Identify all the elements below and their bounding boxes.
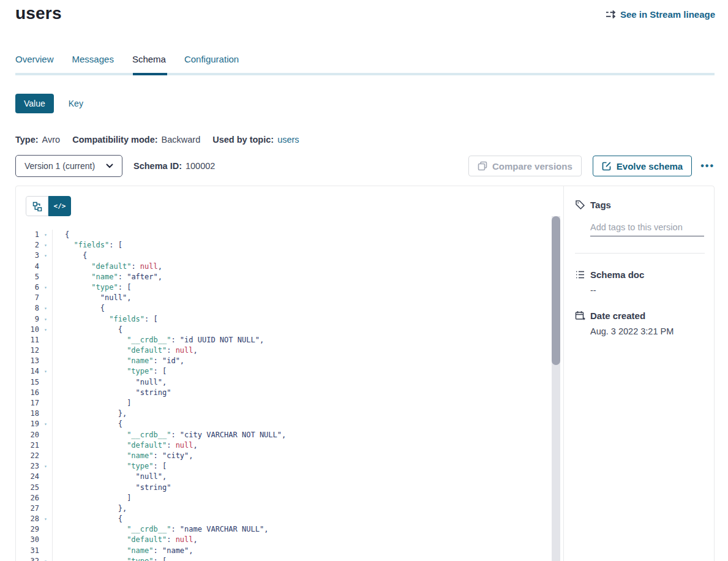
code-line: 28▾{ bbox=[16, 514, 552, 524]
line-number: 32 bbox=[16, 556, 39, 561]
line-number: 2 bbox=[16, 240, 39, 250]
fold-toggle-icon[interactable]: ▾ bbox=[39, 419, 53, 429]
line-number: 1 bbox=[16, 230, 39, 240]
code-line: 3▾{ bbox=[16, 250, 552, 261]
type-label: Type: bbox=[15, 135, 39, 145]
line-number: 5 bbox=[16, 272, 39, 282]
code-line-text: { bbox=[53, 230, 69, 240]
tab-messages[interactable]: Messages bbox=[72, 54, 114, 64]
code-line: 12"default": null, bbox=[16, 345, 552, 356]
tag-icon bbox=[575, 200, 585, 210]
fold-toggle-icon[interactable]: ▾ bbox=[39, 514, 53, 524]
code-line-text: "__crdb__": "id UUID NOT NULL", bbox=[53, 335, 264, 345]
fold-toggle-icon[interactable]: ▾ bbox=[39, 366, 53, 377]
code-line-text: "name": "name", bbox=[53, 546, 193, 556]
tab-underline bbox=[15, 73, 715, 75]
code-line: 30"default": null, bbox=[16, 535, 552, 545]
date-created-section-title: Date created bbox=[590, 311, 645, 321]
line-number: 7 bbox=[16, 293, 39, 303]
tab-schema[interactable]: Schema bbox=[132, 54, 166, 64]
schema-id-label: Schema ID: bbox=[133, 161, 182, 171]
code-editor[interactable]: 1▾{2▾"fields": [3▾{4"default": null,5"na… bbox=[16, 230, 552, 561]
code-line-text: "name": "after", bbox=[53, 272, 162, 282]
schema-view-toggle: </> bbox=[26, 196, 71, 216]
line-number: 29 bbox=[16, 524, 39, 535]
tab-overview[interactable]: Overview bbox=[15, 54, 54, 64]
code-line-text: "__crdb__": "name VARCHAR NULL", bbox=[53, 524, 268, 535]
line-number: 21 bbox=[16, 440, 39, 451]
code-line-text: "null", bbox=[53, 377, 167, 388]
code-line-text: "null", bbox=[53, 472, 167, 482]
code-line-text: "string" bbox=[53, 388, 171, 398]
fold-toggle-icon[interactable]: ▾ bbox=[39, 314, 53, 325]
line-number: 11 bbox=[16, 335, 39, 345]
line-number: 16 bbox=[16, 388, 39, 398]
code-line: 19▾{ bbox=[16, 419, 552, 429]
add-tags-input[interactable] bbox=[590, 222, 704, 236]
fold-toggle-icon[interactable]: ▾ bbox=[39, 230, 53, 240]
more-actions-button[interactable]: ••• bbox=[700, 156, 715, 176]
fold-toggle-icon[interactable]: ▾ bbox=[39, 250, 53, 261]
code-line: 26] bbox=[16, 493, 552, 503]
evolve-schema-button[interactable]: Evolve schema bbox=[593, 156, 692, 176]
compare-versions-icon bbox=[478, 161, 487, 171]
topic-link[interactable]: users bbox=[277, 135, 299, 145]
compare-versions-button[interactable]: Compare versions bbox=[468, 156, 582, 176]
line-number: 12 bbox=[16, 345, 39, 356]
code-line-text: { bbox=[53, 250, 87, 261]
fold-gutter bbox=[39, 535, 53, 545]
code-line-text: { bbox=[53, 419, 122, 429]
code-line-text: { bbox=[53, 514, 122, 524]
fold-toggle-icon[interactable]: ▾ bbox=[39, 556, 53, 561]
fold-toggle-icon[interactable]: ▾ bbox=[39, 303, 53, 314]
line-number: 18 bbox=[16, 409, 39, 419]
editor-scrollbar-thumb[interactable] bbox=[552, 216, 560, 365]
code-line-text: "__crdb__": "city VARCHAR NOT NULL", bbox=[53, 430, 286, 440]
code-line-text: }, bbox=[53, 409, 127, 419]
line-number: 17 bbox=[16, 398, 39, 409]
schema-sidebar: Tags Schema doc -- bbox=[565, 186, 715, 561]
code-line: 5"name": "after", bbox=[16, 272, 552, 282]
code-line: 16"string" bbox=[16, 388, 552, 398]
code-view-icon: </> bbox=[54, 202, 66, 210]
fold-toggle-icon[interactable]: ▾ bbox=[39, 282, 53, 293]
code-line: 17] bbox=[16, 398, 552, 409]
version-select[interactable]: Version 1 (current) bbox=[15, 155, 122, 177]
tree-view-button[interactable] bbox=[26, 196, 48, 216]
type-value: Avro bbox=[42, 135, 61, 145]
code-line: 22"name": "city", bbox=[16, 451, 552, 461]
line-number: 31 bbox=[16, 546, 39, 556]
tab-configuration[interactable]: Configuration bbox=[184, 54, 239, 64]
code-line-text: "type": [ bbox=[53, 461, 167, 472]
code-view-button[interactable]: </> bbox=[48, 196, 71, 216]
key-toggle-link[interactable]: Key bbox=[69, 99, 83, 108]
fold-toggle-icon[interactable]: ▾ bbox=[39, 240, 53, 250]
fold-gutter bbox=[39, 503, 53, 514]
fold-toggle-icon[interactable]: ▾ bbox=[39, 461, 53, 472]
value-toggle-button[interactable]: Value bbox=[15, 94, 54, 113]
fold-gutter bbox=[39, 272, 53, 282]
editor-scrollbar-track[interactable] bbox=[552, 216, 560, 561]
line-number: 4 bbox=[16, 262, 39, 272]
code-line: 18}, bbox=[16, 409, 552, 419]
code-line-text: "null", bbox=[53, 293, 131, 303]
code-line-text: "default": null, bbox=[53, 345, 198, 356]
code-line: 14▾"type": [ bbox=[16, 366, 552, 377]
lineage-link-label: See in Stream lineage bbox=[620, 9, 715, 20]
compatibility-label: Compatibility mode: bbox=[72, 135, 157, 145]
fold-gutter bbox=[39, 388, 53, 398]
fold-gutter bbox=[39, 472, 53, 482]
compatibility-value: Backward bbox=[162, 135, 201, 145]
code-line-text: "fields": [ bbox=[53, 240, 122, 250]
evolve-schema-label: Evolve schema bbox=[617, 161, 683, 171]
see-in-stream-lineage-link[interactable]: See in Stream lineage bbox=[606, 9, 715, 20]
code-line-text: { bbox=[53, 303, 105, 314]
line-number: 24 bbox=[16, 472, 39, 482]
code-line-text: "fields": [ bbox=[53, 314, 158, 325]
fold-gutter bbox=[39, 356, 53, 366]
code-line: 2▾"fields": [ bbox=[16, 240, 552, 250]
fold-gutter bbox=[39, 524, 53, 535]
line-number: 15 bbox=[16, 377, 39, 388]
used-by-topic-label: Used by topic: bbox=[212, 135, 274, 145]
fold-toggle-icon[interactable]: ▾ bbox=[39, 325, 53, 335]
